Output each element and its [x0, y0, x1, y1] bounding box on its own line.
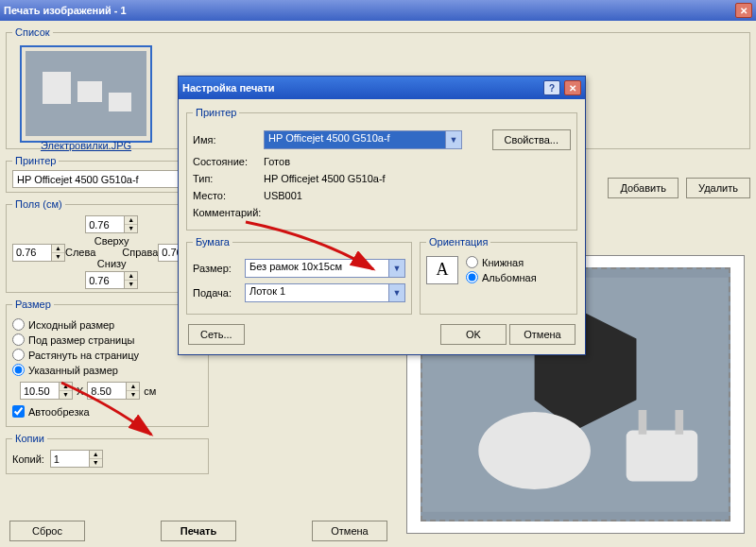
delete-button[interactable]: Удалить: [686, 178, 750, 198]
dlg-printer-legend: Принтер: [193, 107, 239, 118]
dlg-printer-name-combo[interactable]: HP Officejet 4500 G510a-f: [264, 130, 462, 149]
size-stretch-radio[interactable]: Растянуть на страницу: [12, 349, 202, 361]
printer-legend: Принтер: [12, 155, 59, 166]
size-custom-radio[interactable]: Указанный размер: [12, 364, 202, 376]
orient-preview-icon: A: [426, 256, 458, 284]
thumbnail-caption: Электровилки.JPG: [26, 140, 146, 151]
dlg-paperfeed-combo[interactable]: Лоток 1: [245, 283, 405, 302]
dialog-titlebar[interactable]: Настройка печати ? ✕: [179, 77, 585, 99]
margins-legend: Поля (см): [12, 198, 65, 210]
svg-rect-1: [43, 72, 71, 104]
copies-legend: Копии: [12, 433, 47, 444]
dlg-comment-label: Комментарий:: [193, 207, 273, 218]
size-original-radio[interactable]: Исходный размер: [12, 318, 202, 331]
dlg-papersize-combo[interactable]: Без рамок 10x15см: [245, 259, 405, 278]
svg-rect-7: [627, 430, 697, 481]
main-titlebar: Печать изображений - 1 ✕: [0, 0, 756, 21]
dlg-properties-button[interactable]: Свойства...: [492, 129, 571, 150]
dlg-type-value: HP Officejet 4500 G510a-f: [264, 173, 386, 184]
dialog-title: Настройка печати: [182, 82, 275, 94]
dialog-close-button[interactable]: ✕: [564, 80, 581, 95]
dlg-name-label: Имя:: [193, 134, 264, 145]
svg-point-6: [479, 412, 592, 489]
copies-spin[interactable]: ▲▼: [50, 450, 103, 468]
svg-rect-3: [109, 93, 131, 111]
size-height-spin[interactable]: ▲▼: [87, 382, 140, 400]
dlg-orient-fieldset: Ориентация A Книжная Альбомная: [420, 236, 577, 315]
dlg-papersize-label: Размер:: [193, 263, 245, 274]
size-legend: Размер: [12, 299, 54, 310]
dlg-network-button[interactable]: Сеть...: [188, 324, 245, 345]
autocrop-checkbox[interactable]: Автообрезка: [12, 405, 202, 418]
margin-top-spin[interactable]: ▲▼: [85, 215, 138, 233]
size-fitpage-radio[interactable]: Под размер страницы: [12, 333, 202, 346]
print-button[interactable]: Печать: [161, 521, 236, 541]
dlg-state-value: Готов: [264, 156, 290, 167]
add-button[interactable]: Добавить: [608, 178, 679, 198]
thumbnail-item[interactable]: Электровилки.JPG: [20, 45, 152, 143]
copies-label: Копий:: [12, 453, 44, 465]
margin-left-spin[interactable]: ▲▼: [12, 244, 65, 262]
dlg-paper-fieldset: Бумага Размер: Без рамок 10x15см Подача:…: [186, 236, 412, 315]
size-x-label: X: [77, 385, 83, 397]
thumbnail-image: [26, 51, 146, 136]
dlg-orient-legend: Ориентация: [426, 236, 490, 248]
dlg-state-label: Состояние:: [193, 156, 264, 167]
margin-top-label: Сверху: [65, 235, 158, 247]
reset-button[interactable]: Сброс: [9, 521, 85, 541]
dlg-place-label: Место:: [193, 190, 264, 201]
svg-rect-2: [77, 81, 102, 102]
svg-rect-8: [639, 410, 647, 435]
margin-left-label: Слева: [65, 247, 95, 258]
dlg-orient-portrait-radio[interactable]: Книжная: [466, 256, 537, 268]
dlg-place-value: USB001: [264, 190, 302, 201]
margin-bottom-label: Снизу: [65, 258, 158, 269]
margin-bottom-spin[interactable]: ▲▼: [85, 271, 138, 289]
list-legend: Список: [12, 26, 53, 38]
dlg-paper-legend: Бумага: [193, 236, 232, 248]
size-unit-label: см: [144, 385, 156, 397]
size-width-spin[interactable]: ▲▼: [20, 382, 73, 400]
window-title: Печать изображений - 1: [4, 5, 127, 16]
dlg-orient-landscape-radio[interactable]: Альбомная: [466, 271, 537, 283]
window-close-button[interactable]: ✕: [735, 3, 752, 18]
dlg-cancel-button[interactable]: Отмена: [509, 324, 576, 345]
cancel-button[interactable]: Отмена: [312, 521, 387, 541]
copies-fieldset: Копии Копий: ▲▼: [6, 433, 209, 474]
print-setup-dialog: Настройка печати ? ✕ Принтер Имя: HP Off…: [178, 76, 586, 355]
dialog-help-button[interactable]: ?: [543, 80, 560, 95]
dlg-type-label: Тип:: [193, 173, 264, 184]
dlg-printer-fieldset: Принтер Имя: HP Officejet 4500 G510a-f С…: [186, 107, 577, 231]
dlg-paperfeed-label: Подача:: [193, 287, 245, 299]
svg-rect-9: [676, 410, 684, 435]
margin-right-label: Справа: [122, 247, 158, 258]
dlg-ok-button[interactable]: OK: [440, 324, 507, 345]
